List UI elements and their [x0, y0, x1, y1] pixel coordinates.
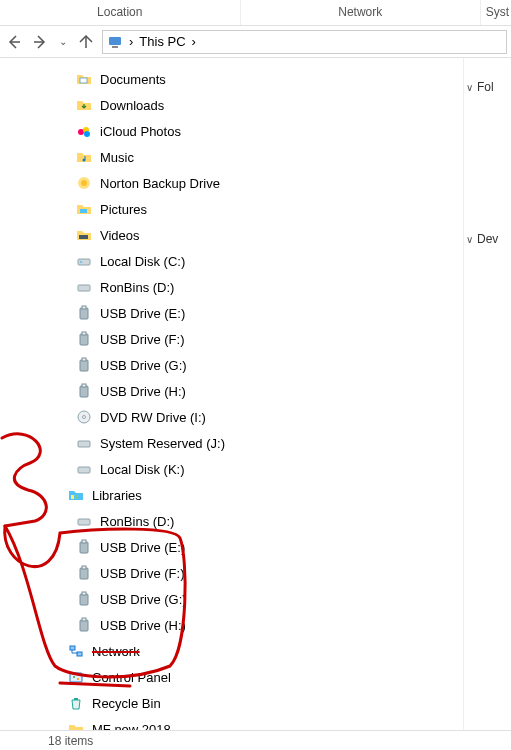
svg-rect-9: [80, 209, 87, 213]
breadcrumb-sep: ›: [192, 34, 196, 49]
tree-item-label: Videos: [100, 228, 140, 243]
tree-item[interactable]: DVD RW Drive (I:): [0, 404, 463, 430]
svg-rect-25: [78, 467, 90, 473]
tree-item-label: USB Drive (H:): [100, 384, 186, 399]
tree-item[interactable]: RonBins (D:): [0, 274, 463, 300]
navigation-tree[interactable]: DocumentsDownloadsiCloud PhotosMusicNort…: [0, 58, 463, 730]
svg-rect-20: [80, 386, 88, 397]
tree-item-label: USB Drive (F:): [100, 566, 185, 581]
nav-toolbar: ⌄ › This PC ›: [0, 26, 511, 58]
tree-item-label: Libraries: [92, 488, 142, 503]
tree-item[interactable]: USB Drive (G:): [0, 586, 463, 612]
recent-locations-button[interactable]: ⌄: [56, 32, 70, 52]
svg-rect-21: [82, 384, 86, 387]
tree-item[interactable]: USB Drive (H:): [0, 612, 463, 638]
usb-icon: [76, 539, 92, 555]
tree-item-label: Documents: [100, 72, 166, 87]
tree-item[interactable]: Norton Backup Drive: [0, 170, 463, 196]
tree-item-label: RonBins (D:): [100, 514, 174, 529]
tab-network[interactable]: Network: [241, 0, 482, 25]
tree-item[interactable]: Recycle Bin: [0, 690, 463, 716]
tree-item[interactable]: Pictures: [0, 196, 463, 222]
disk-icon: [76, 279, 92, 295]
tree-item-label: iCloud Photos: [100, 124, 181, 139]
svg-rect-27: [75, 495, 78, 499]
folder-dl-icon: [76, 97, 92, 113]
tree-item[interactable]: MF new 2018: [0, 716, 463, 730]
back-button[interactable]: [4, 32, 24, 52]
svg-rect-36: [82, 618, 86, 621]
tree-item[interactable]: Downloads: [0, 92, 463, 118]
tree-item[interactable]: RonBins (D:): [0, 508, 463, 534]
details-pane: ∨ Fol ∨ Dev: [463, 58, 511, 730]
svg-point-23: [83, 416, 86, 419]
group-folders[interactable]: ∨ Fol: [464, 76, 511, 98]
svg-rect-0: [109, 37, 121, 45]
tree-item[interactable]: Local Disk (C:): [0, 248, 463, 274]
svg-rect-2: [80, 78, 87, 83]
tree-item-label: RonBins (D:): [100, 280, 174, 295]
item-count: 18 items: [48, 734, 93, 748]
tree-item[interactable]: Libraries: [0, 482, 463, 508]
breadcrumb-this-pc[interactable]: This PC: [139, 34, 185, 49]
norton-icon: [76, 175, 92, 191]
up-button[interactable]: [76, 32, 96, 52]
folder-docs-icon: [76, 71, 92, 87]
usb-icon: [76, 331, 92, 347]
tree-item[interactable]: USB Drive (E:): [0, 534, 463, 560]
dvd-icon: [76, 409, 92, 425]
tree-item[interactable]: USB Drive (G:): [0, 352, 463, 378]
tree-item[interactable]: Videos: [0, 222, 463, 248]
tree-item-label: Network: [92, 644, 140, 659]
svg-rect-30: [82, 540, 86, 543]
control-icon: [68, 669, 84, 685]
tree-item-label: Pictures: [100, 202, 147, 217]
tab-system[interactable]: Syst: [481, 0, 511, 25]
disk-local-icon: [76, 253, 92, 269]
tree-item-label: Control Panel: [92, 670, 171, 685]
group-label: Dev: [477, 232, 498, 246]
libraries-icon: [68, 487, 84, 503]
svg-rect-17: [82, 332, 86, 335]
forward-button[interactable]: [30, 32, 50, 52]
chevron-down-icon: ∨: [466, 82, 473, 93]
tree-item[interactable]: System Reserved (J:): [0, 430, 463, 456]
tab-location[interactable]: Location: [0, 0, 241, 25]
folder-music-icon: [76, 149, 92, 165]
tree-item-label: USB Drive (H:): [100, 618, 186, 633]
network-icon: [68, 643, 84, 659]
svg-rect-39: [70, 673, 82, 682]
tree-item[interactable]: USB Drive (H:): [0, 378, 463, 404]
tree-item[interactable]: Music: [0, 144, 463, 170]
tree-item[interactable]: iCloud Photos: [0, 118, 463, 144]
svg-point-5: [84, 131, 90, 137]
tree-item[interactable]: USB Drive (F:): [0, 560, 463, 586]
tree-item-label: Local Disk (C:): [100, 254, 185, 269]
tree-item-label: System Reserved (J:): [100, 436, 225, 451]
group-devices[interactable]: ∨ Dev: [464, 228, 511, 250]
folder-pics-icon: [76, 201, 92, 217]
tree-item-label: USB Drive (G:): [100, 358, 187, 373]
usb-icon: [76, 305, 92, 321]
usb-icon: [76, 617, 92, 633]
svg-rect-16: [80, 334, 88, 345]
tree-item[interactable]: Control Panel: [0, 664, 463, 690]
svg-rect-35: [80, 620, 88, 631]
icloud-icon: [76, 123, 92, 139]
svg-rect-15: [82, 306, 86, 309]
disk-icon: [76, 513, 92, 529]
tree-item-label: USB Drive (E:): [100, 306, 185, 321]
svg-rect-10: [79, 235, 88, 239]
tree-item[interactable]: USB Drive (F:): [0, 326, 463, 352]
address-bar[interactable]: › This PC ›: [102, 30, 507, 54]
tree-item[interactable]: Local Disk (K:): [0, 456, 463, 482]
usb-icon: [76, 383, 92, 399]
tree-item[interactable]: Documents: [0, 66, 463, 92]
tree-item[interactable]: Network: [0, 638, 463, 664]
svg-rect-37: [70, 646, 75, 650]
tree-item-label: Norton Backup Drive: [100, 176, 220, 191]
disk-icon: [76, 435, 92, 451]
svg-rect-32: [82, 566, 86, 569]
tree-item[interactable]: USB Drive (E:): [0, 300, 463, 326]
svg-rect-19: [82, 358, 86, 361]
